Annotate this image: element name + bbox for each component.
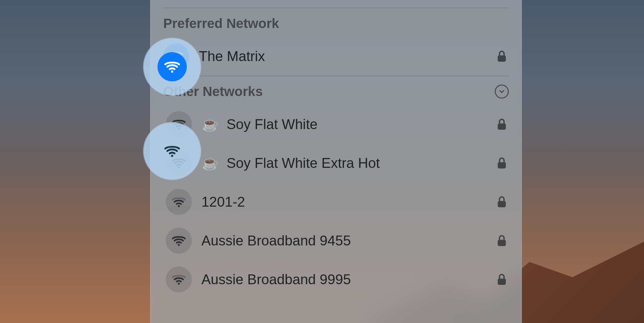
network-emoji: ☕ [201, 156, 219, 170]
wifi-signal-icon [166, 150, 192, 176]
network-row-3[interactable]: Aussie Broadband 9455 [163, 221, 509, 260]
network-name: Soy Flat White Extra Hot [227, 155, 495, 171]
svg-point-2 [178, 127, 180, 129]
wifi-signal-icon [166, 266, 192, 292]
network-row-0[interactable]: ☕ Soy Flat White [163, 105, 509, 144]
svg-rect-1 [498, 55, 506, 62]
svg-point-4 [178, 166, 180, 168]
network-emoji: ☕ [201, 117, 219, 131]
network-name: Soy Flat White [227, 116, 495, 132]
svg-rect-7 [498, 201, 506, 207]
network-name: Aussie Broadband 9455 [201, 233, 495, 249]
lock-icon [495, 234, 509, 247]
other-networks-label: Other Networks [163, 84, 263, 99]
svg-point-8 [178, 244, 180, 246]
lock-icon [495, 273, 509, 286]
network-name: The Matrix [199, 48, 495, 64]
lock-icon [495, 196, 509, 208]
wifi-connected-icon [163, 43, 189, 69]
expand-other-networks-button[interactable] [495, 85, 509, 99]
wifi-signal-icon [166, 228, 192, 254]
lock-icon [495, 157, 509, 169]
svg-rect-3 [498, 123, 506, 130]
svg-rect-5 [498, 162, 506, 168]
svg-point-6 [178, 205, 180, 207]
lock-icon [495, 118, 509, 131]
svg-point-10 [178, 283, 180, 285]
preferred-network-label: Preferred Network [163, 16, 279, 31]
wifi-signal-icon [166, 189, 192, 215]
svg-rect-9 [498, 240, 506, 246]
wifi-signal-icon [166, 111, 192, 137]
svg-rect-11 [498, 278, 506, 285]
other-networks-header: Other Networks [163, 76, 509, 105]
wifi-menu-panel: Preferred Network The Matrix [150, 0, 522, 323]
svg-point-0 [175, 59, 177, 61]
network-row-1[interactable]: ☕ Soy Flat White Extra Hot [163, 144, 509, 182]
preferred-network-row[interactable]: The Matrix [163, 37, 509, 76]
preferred-network-header: Preferred Network [163, 8, 509, 37]
network-row-4[interactable]: Aussie Broadband 9995 [163, 260, 509, 299]
network-name: 1201-2 [201, 194, 495, 210]
lock-icon [495, 50, 509, 63]
network-name: Aussie Broadband 9995 [201, 271, 495, 287]
network-row-2[interactable]: 1201-2 [163, 182, 509, 221]
